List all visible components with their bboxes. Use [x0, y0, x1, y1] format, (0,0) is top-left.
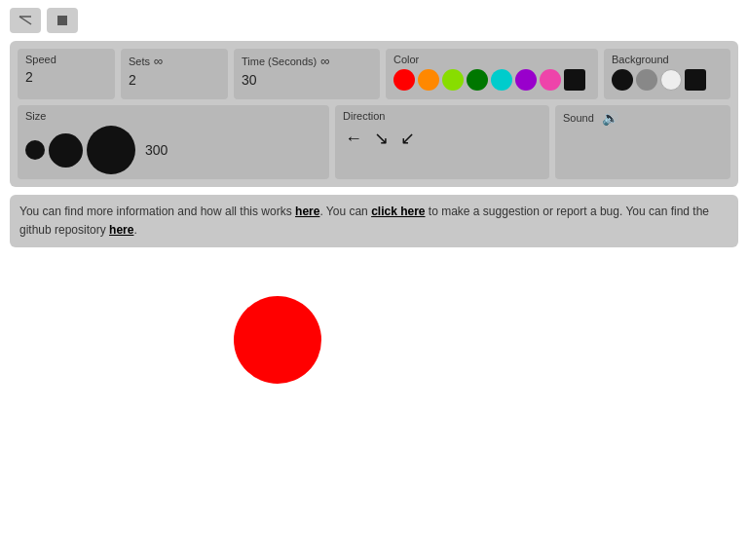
main-panel: Speed 2 Sets ∞ 2 Time (Seconds) ∞ 30 Col…	[10, 41, 738, 187]
time-value: 30	[242, 72, 372, 88]
info-bar: You can find more information and how al…	[10, 195, 738, 247]
sets-label: Sets ∞	[129, 54, 220, 68]
bg-swatch-white[interactable]	[660, 69, 682, 91]
bg-swatch-black-sq[interactable]	[685, 69, 706, 91]
swatch-orange[interactable]	[418, 69, 439, 91]
arrow-diagonal-right[interactable]: ↘	[372, 126, 391, 151]
size-cell: Size 300	[18, 105, 329, 179]
swatch-red[interactable]	[393, 69, 415, 91]
time-label: Time (Seconds) ∞	[242, 54, 372, 68]
speed-label: Speed	[25, 54, 107, 65]
ball-area	[0, 247, 748, 540]
color-label: Color	[393, 54, 590, 65]
speed-value: 2	[25, 69, 107, 85]
size-circle-large[interactable]	[87, 126, 135, 174]
svg-rect-2	[57, 16, 67, 25]
stop-button[interactable]	[47, 8, 78, 33]
color-swatches	[393, 69, 590, 91]
background-label: Background	[612, 54, 723, 65]
swatch-green[interactable]	[467, 69, 488, 91]
info-link2[interactable]: click here	[371, 205, 425, 218]
color-cell: Color	[386, 49, 598, 99]
row2: Size 300 Direction ← ↘ ↙ Sound 🔊	[18, 105, 730, 179]
top-bar	[0, 0, 748, 41]
direction-cell: Direction ← ↘ ↙	[335, 105, 549, 179]
sound-label: Sound 🔊	[563, 110, 723, 126]
sound-icon[interactable]: 🔊	[602, 110, 618, 126]
swatch-cyan[interactable]	[491, 69, 512, 91]
sound-cell: Sound 🔊	[555, 105, 730, 179]
swatch-pink[interactable]	[540, 69, 561, 91]
size-circle-medium[interactable]	[49, 133, 83, 168]
size-label: Size	[25, 110, 321, 122]
sets-infinity: ∞	[154, 54, 163, 68]
hide-button[interactable]	[10, 8, 41, 33]
direction-label: Direction	[343, 110, 542, 122]
info-text1: You can find more information and how al…	[19, 205, 295, 218]
background-swatches	[612, 69, 723, 91]
swatch-purple[interactable]	[515, 69, 537, 91]
arrow-diagonal-left[interactable]: ↙	[398, 126, 417, 151]
speed-cell: Speed 2	[18, 49, 115, 99]
bg-swatch-gray[interactable]	[636, 69, 657, 91]
swatch-lime[interactable]	[442, 69, 464, 91]
bg-swatch-black[interactable]	[612, 69, 633, 91]
svg-line-1	[19, 17, 31, 24]
info-link3[interactable]: here	[109, 223, 133, 237]
sets-value: 2	[129, 72, 220, 88]
sets-cell: Sets ∞ 2	[121, 49, 228, 99]
info-text4: .	[133, 223, 136, 237]
time-cell: Time (Seconds) ∞ 30	[234, 49, 380, 99]
info-link1[interactable]: here	[295, 205, 319, 218]
info-text2: . You can	[319, 205, 371, 218]
swatch-black[interactable]	[564, 69, 585, 91]
row1: Speed 2 Sets ∞ 2 Time (Seconds) ∞ 30 Col…	[18, 49, 730, 99]
arrow-left[interactable]: ←	[343, 127, 364, 151]
size-circle-small[interactable]	[25, 140, 45, 160]
ball	[234, 296, 321, 384]
size-value: 300	[145, 142, 168, 158]
size-circles: 300	[25, 126, 321, 174]
direction-arrows: ← ↘ ↙	[343, 126, 542, 151]
time-infinity: ∞	[320, 54, 329, 68]
background-cell: Background	[604, 49, 730, 99]
